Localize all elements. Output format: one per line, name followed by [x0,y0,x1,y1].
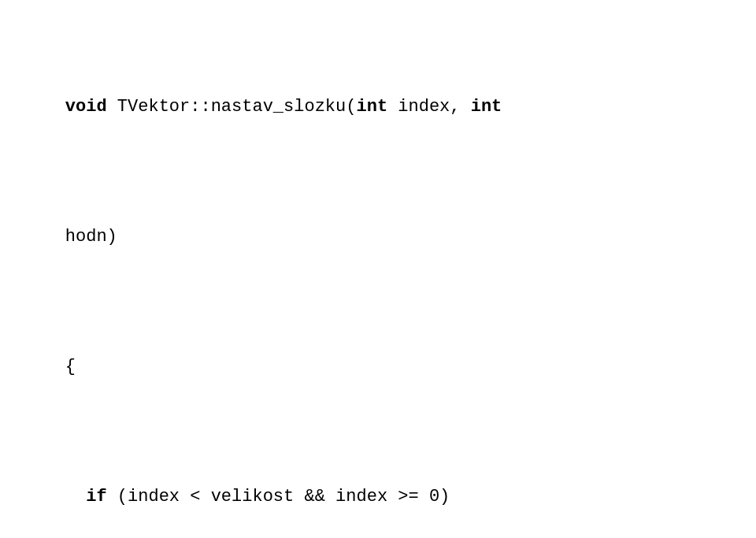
keyword-void-1: void [65,97,107,117]
line-2: hodn) [24,198,732,276]
code-indent-1 [65,487,86,506]
keyword-int-2: int [471,97,502,117]
code-text-1: TVektor::nastav_slozku( [107,97,357,117]
line-3: { [24,328,732,406]
code-text-5: (index < velikost && index >= 0) [107,487,450,506]
line-4: if (index < velikost && index >= 0) [24,458,732,536]
keyword-if-1: if [86,487,106,506]
code-container: void TVektor::nastav_slozku(int index, i… [24,16,732,538]
line-1: void TVektor::nastav_slozku(int index, i… [24,68,732,146]
code-text-2: index, [387,97,471,117]
code-text-3: hodn) [65,227,117,247]
keyword-int-1: int [356,97,387,117]
code-text-4: { [65,357,76,377]
